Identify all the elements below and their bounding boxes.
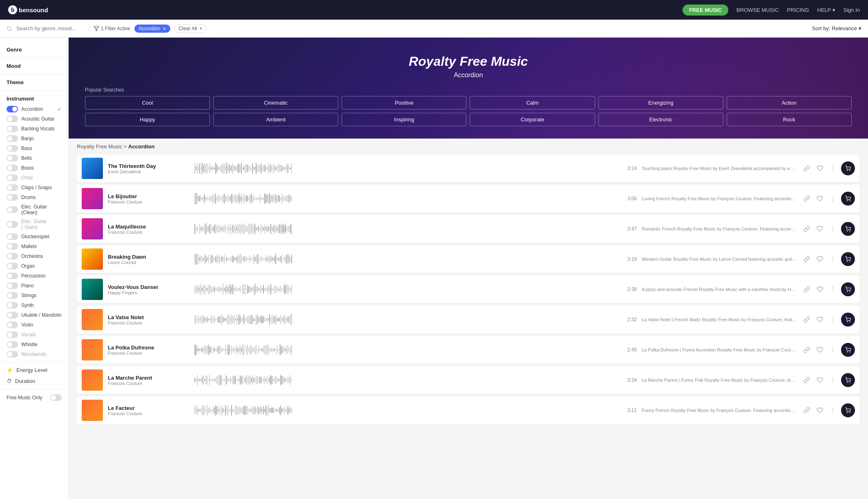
track-artist[interactable]: Francois Couture [108,381,190,386]
sidebar-instrument-item[interactable]: Strings [0,291,68,300]
instrument-toggle[interactable] [7,165,18,171]
track-artist[interactable]: Lance Conrad [108,260,190,265]
waveform[interactable] [194,404,619,417]
sidebar-instrument-item[interactable]: Acoustic Guitar [0,114,68,124]
waveform[interactable] [194,192,619,205]
instrument-toggle[interactable] [7,175,18,181]
track-add-to-cart-button[interactable] [841,313,855,327]
sidebar-instrument-section[interactable]: Instrument [0,93,68,104]
breadcrumb-root-link[interactable]: Royalty Free Music [77,143,122,150]
track-artist[interactable]: Francois Couture [108,320,190,325]
instrument-toggle[interactable] [7,341,18,348]
sidebar-instrument-item[interactable]: Brass [0,163,68,173]
instrument-toggle[interactable] [7,273,18,279]
track-favorite-button[interactable] [815,163,825,173]
sidebar-instrument-item[interactable]: Ukulele / Mandolin [0,310,68,320]
sidebar-instrument-item[interactable]: Elec. Guitar (Clean) [0,202,68,217]
sidebar-instrument-item[interactable]: Bass [0,143,68,153]
search-input[interactable] [16,25,85,31]
instrument-toggle[interactable] [7,155,18,161]
track-share-button[interactable] [802,254,812,264]
popular-search-tag-rock[interactable]: Rock [727,113,852,126]
sidebar-instrument-item[interactable]: Piano [0,281,68,291]
track-more-options-button[interactable] [828,163,838,173]
track-favorite-button[interactable] [815,405,825,415]
popular-search-tag-calm[interactable]: Calm [470,96,595,110]
sidebar-instrument-item[interactable]: Woodwinds [0,349,68,359]
track-favorite-button[interactable] [815,194,825,204]
track-add-to-cart-button[interactable] [841,373,855,387]
track-wave-section[interactable]: 2:38 [194,283,637,296]
sidebar-genre-section[interactable]: Genre [0,44,68,55]
clear-all-x-icon[interactable]: × [199,26,202,31]
sidebar-energy-level-item[interactable]: ⚡ Energy Level [0,365,68,376]
waveform[interactable] [194,283,619,296]
sign-in-button[interactable]: Sign In [843,7,860,13]
instrument-toggle[interactable] [7,116,18,122]
instrument-toggle[interactable] [7,233,18,240]
sidebar-instrument-item[interactable]: Synth [0,300,68,310]
popular-search-tag-cinematic[interactable]: Cinematic [213,96,338,110]
sidebar-instrument-item[interactable]: Glockenspiel [0,232,68,242]
accordion-filter-chip[interactable]: Accordion × [134,25,170,33]
popular-search-tag-energizing[interactable]: Energizing [598,96,723,110]
track-favorite-button[interactable] [815,375,825,385]
track-share-button[interactable] [802,284,812,294]
instrument-toggle[interactable] [7,263,18,269]
instrument-toggle[interactable] [7,106,18,112]
pricing-nav-link[interactable]: PRICING [787,7,809,13]
remove-accordion-filter-button[interactable]: × [163,26,166,31]
instrument-toggle[interactable] [7,221,18,228]
track-wave-section[interactable]: 2:45 [194,343,637,356]
track-wave-section[interactable]: 3:47 [194,222,637,235]
sidebar-instrument-item[interactable]: Organ [0,261,68,271]
waveform[interactable] [194,162,619,175]
sidebar-instrument-item[interactable]: Whistle [0,340,68,349]
track-add-to-cart-button[interactable] [841,403,855,417]
track-add-to-cart-button[interactable] [841,192,855,206]
instrument-toggle[interactable] [7,331,18,338]
sidebar-instrument-item[interactable]: Elec. Guitar (↑Gain) [0,217,68,232]
track-artist[interactable]: Francois Couture [108,351,190,356]
track-more-options-button[interactable] [828,405,838,415]
sidebar-instrument-item[interactable]: Drums [0,192,68,202]
track-favorite-button[interactable] [815,345,825,355]
track-add-to-cart-button[interactable] [841,222,855,236]
track-add-to-cart-button[interactable] [841,252,855,266]
track-share-button[interactable] [802,405,812,415]
track-more-options-button[interactable] [828,224,838,234]
track-wave-section[interactable]: 3:11 [194,404,637,417]
waveform[interactable] [194,222,619,235]
track-artist[interactable]: Happy Fingers [108,290,190,295]
track-wave-section[interactable]: 3:06 [194,192,637,205]
instrument-toggle[interactable] [7,322,18,328]
instrument-toggle[interactable] [7,135,18,142]
instrument-toggle[interactable] [7,282,18,289]
track-more-options-button[interactable] [828,284,838,294]
instrument-toggle[interactable] [7,243,18,250]
track-artist[interactable]: Francois Couture [108,199,190,204]
track-share-button[interactable] [802,375,812,385]
popular-search-tag-inspiring[interactable]: Inspiring [341,113,466,126]
popular-search-tag-happy[interactable]: Happy [85,113,210,126]
popular-search-tag-corporate[interactable]: Corporate [470,113,595,126]
sidebar-mood-section[interactable]: Mood [0,60,68,72]
sidebar-instrument-item[interactable]: Claps / Snaps [0,183,68,192]
sort-by-control[interactable]: Sort by: Relevance ▾ [812,25,861,31]
instrument-toggle[interactable] [7,145,18,152]
sidebar-instrument-item[interactable]: Vocals [0,330,68,340]
instrument-toggle[interactable] [7,125,18,132]
instrument-toggle[interactable] [7,184,18,191]
track-add-to-cart-button[interactable] [841,343,855,357]
popular-search-tag-action[interactable]: Action [727,96,852,110]
track-wave-section[interactable]: 3:24 [194,374,637,387]
track-artist[interactable]: Francois Couture [108,411,190,416]
track-more-options-button[interactable] [828,194,838,204]
free-music-only-toggle[interactable] [50,394,62,401]
track-more-options-button[interactable] [828,345,838,355]
track-wave-section[interactable]: 3:24 [194,162,637,175]
popular-search-tag-positive[interactable]: Positive [341,96,466,110]
track-wave-section[interactable]: 2:32 [194,313,637,326]
popular-search-tag-electronic[interactable]: Electronic [598,113,723,126]
logo[interactable]: b bensound [8,5,48,14]
